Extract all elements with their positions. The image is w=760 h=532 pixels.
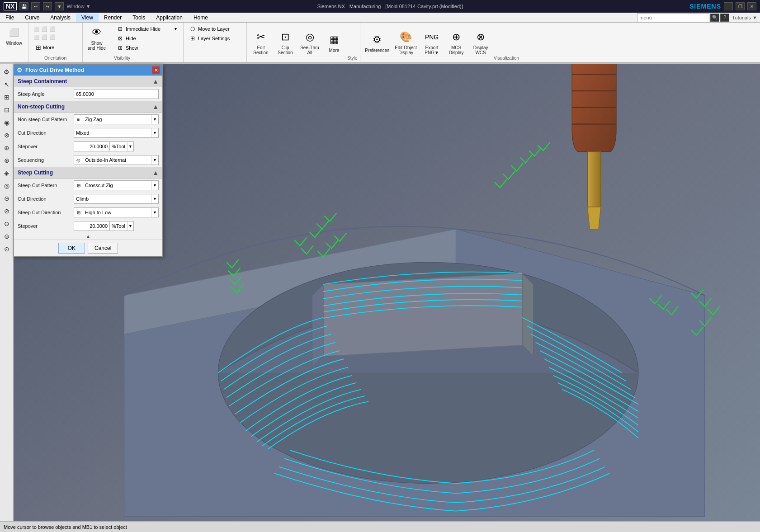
dialog-title: Flow Cut Drive Method [25,67,150,73]
sidebar-icon-2[interactable]: ⊟ [1,104,13,116]
steep-cut-pattern-select[interactable]: ⊞ Crosscut Zig ▼ [74,180,159,190]
save-button[interactable]: 💾 [19,2,28,10]
show-button[interactable]: ⊞ Show [114,43,180,52]
sequencing-arrow[interactable]: ▼ [151,155,158,165]
sequencing-icon: ◎ [74,155,83,165]
sidebar-icon-9[interactable]: ⊝ [1,193,13,204]
minimize-button[interactable]: — [724,2,733,10]
display-wcs-button[interactable]: ⊗ DisplayWCS [469,29,492,56]
immediate-hide-arrow[interactable]: ▼ [174,27,178,31]
non-steep-pattern-arrow[interactable]: ▼ [151,115,158,124]
tutorials-link[interactable]: Tutorials ▼ [729,15,760,20]
steep-cut-direction-arrow[interactable]: ▼ [151,194,158,203]
steep-cutting-collapse[interactable]: ▲ [152,169,159,176]
edit-object-display-button[interactable]: 🎨 Edit ObjectDisplay [393,29,419,56]
menu-curve[interactable]: Curve [19,14,45,22]
cut-direction-arrow[interactable]: ▼ [151,128,158,137]
cancel-button[interactable]: Cancel [88,243,118,254]
sidebar-icon-11[interactable]: ⊖ [1,218,13,230]
show-hide-button[interactable]: 👁 Showand Hide [85,24,108,52]
steep-cut-pattern-arrow[interactable]: ▼ [151,181,158,190]
steep-stepover-unit-arrow[interactable]: ▼ [127,221,133,231]
menu-home[interactable]: Home [188,14,213,22]
siemens-logo: SIEMENS [689,3,721,10]
menu-file[interactable]: File [0,14,19,22]
non-steep-cutting-collapse[interactable]: ▲ [152,103,159,110]
orient-front[interactable]: ⬜⬜⬜ [31,25,58,33]
menu-tools[interactable]: Tools [127,14,151,22]
restore-button[interactable]: ❐ [736,2,745,10]
stepover-unit[interactable]: %Tool ▼ [110,141,134,151]
sequencing-select[interactable]: ◎ Outside-In Alternat ▼ [74,155,159,165]
preferences-button[interactable]: ⚙ Preferences [363,32,391,54]
stepover-unit-arrow[interactable]: ▼ [127,142,133,151]
steep-containment-header[interactable]: Steep Containment ▲ [14,75,162,87]
steep-cut-dir-select[interactable]: ⊞ High to Low ▼ [74,207,159,217]
sidebar-icon-select[interactable]: ↖ [1,79,13,90]
dialog-icon: ⚙ [17,66,23,74]
orient-top[interactable]: ⬜⬜⬜ [31,33,58,41]
menu-application[interactable]: Application [151,14,188,22]
steep-stepover-label: Stepover [18,223,72,229]
cut-direction-select[interactable]: Mixed ▼ [74,128,159,138]
window-button[interactable]: ⬜ Window [3,24,25,47]
steep-stepover-unit[interactable]: %Tool ▼ [110,221,134,231]
layer-settings-button[interactable]: ⊞ Layer Settings [186,34,244,43]
more-button[interactable]: ▼ [55,2,64,10]
sidebar-icon-10[interactable]: ⊘ [1,205,13,217]
search-input[interactable] [637,13,709,22]
steep-angle-input[interactable] [74,89,159,99]
close-button[interactable]: ✕ [747,2,756,10]
sidebar-icon-1[interactable]: ⊞ [1,91,13,103]
immediate-hide-button[interactable]: ⊟ Immediate Hide ▼ [114,24,180,33]
search-button[interactable]: 🔍 [710,14,719,22]
steep-cut-direction-label: Cut Direction [18,196,72,202]
sidebar-icon-4[interactable]: ⊗ [1,129,13,141]
redo-button[interactable]: ↪ [43,2,52,10]
sidebar-icon-settings[interactable]: ⚙ [1,66,13,78]
steep-cut-dir-arrow[interactable]: ▼ [151,208,158,217]
ribbon-group-layers: ⬡ Move to Layer ⊞ Layer Settings [184,23,247,62]
non-steep-cut-pattern-select[interactable]: ≡ Zig Zag ▼ [74,114,159,124]
ok-button[interactable]: OK [58,243,85,254]
help-button[interactable]: ? [720,14,729,22]
steep-cut-direction-select[interactable]: Climb ▼ [74,194,159,204]
steep-cutting-header[interactable]: Steep Cutting ▲ [14,167,162,179]
menu-render[interactable]: Render [99,14,127,22]
sidebar-icon-6[interactable]: ⊛ [1,155,13,166]
ribbon-group-visibility: ⊟ Immediate Hide ▼ ⊠ Hide ⊞ Show Visibil… [111,23,184,62]
window-menu[interactable]: Window ▼ [66,4,90,9]
scroll-up-btn[interactable]: ▲ [86,234,90,239]
title-bar-left: NX 💾 ↩ ↪ ▼ Window ▼ [4,2,91,10]
sidebar-icon-7[interactable]: ◈ [1,167,13,179]
sequencing-row: Sequencing ◎ Outside-In Alternat ▼ [14,153,162,167]
steep-stepover-input[interactable] [74,221,110,231]
undo-button[interactable]: ↩ [31,2,40,10]
see-thru-button[interactable]: ◎ See-ThruAll [298,29,321,56]
edit-section-label: EditSection [253,45,268,55]
sidebar-icon-12[interactable]: ⊜ [1,231,13,242]
steep-containment-collapse[interactable]: ▲ [152,78,159,85]
export-png-button[interactable]: PNG ExportPNG▼ [420,29,443,56]
menu-view[interactable]: View [76,14,99,22]
sidebar-icon-13[interactable]: ⊙ [1,243,13,255]
more-orient[interactable]: ⊞ More [33,43,57,52]
sidebar-icon-8[interactable]: ◎ [1,180,13,192]
stepover-input[interactable] [74,141,110,151]
stepover-group: %Tool ▼ [74,141,159,151]
mcs-display-button[interactable]: ⊕ MCSDisplay [445,29,467,56]
move-to-layer-button[interactable]: ⬡ Move to Layer [186,24,244,33]
menu-analysis[interactable]: Analysis [45,14,76,22]
window-icon: ⬜ [7,25,21,40]
style-more-button[interactable]: ▦ More [323,32,345,54]
hide-button[interactable]: ⊠ Hide [114,34,180,43]
non-steep-cutting-header[interactable]: Non-steep Cutting ▲ [14,101,162,113]
dialog-close-button[interactable]: ✕ [152,66,160,74]
clip-section-button[interactable]: ⊡ ClipSection [274,29,297,56]
dialog-titlebar[interactable]: ⚙ Flow Cut Drive Method ✕ [14,65,162,75]
edit-section-button[interactable]: ✂ EditSection [250,29,272,56]
sidebar-icon-5[interactable]: ⊕ [1,142,13,154]
steep-cut-pattern-label: Steep Cut Pattern [18,183,72,188]
sidebar-icon-3[interactable]: ◉ [1,117,13,128]
sequencing-label: Sequencing [18,157,72,163]
